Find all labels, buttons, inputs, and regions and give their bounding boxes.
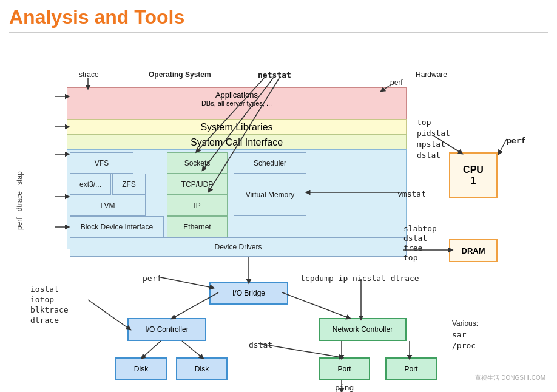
lvm-cell: LVM xyxy=(70,195,146,216)
slabtop-label: slabtop xyxy=(403,224,437,233)
ethernet-cell: Ethernet xyxy=(167,216,228,237)
blktrace-label: blktrace xyxy=(30,305,69,314)
watermark: 董视生活 DONGSHI.COM xyxy=(475,374,545,382)
dstat-bot-label: dstat xyxy=(249,340,272,350)
dbs-text: DBs, all server types, ... xyxy=(67,100,406,107)
applications-region: Applications DBs, all server types, ... xyxy=(67,87,407,121)
dram-box: DRAM xyxy=(449,239,498,262)
port1-box: Port xyxy=(319,357,370,380)
io-controller-text: I/O Controller xyxy=(145,325,188,334)
applications-text: Applications xyxy=(67,90,406,100)
perf-label-top: perf xyxy=(390,78,403,87)
various-label: Various: xyxy=(452,319,478,328)
syslib-text: System Libraries xyxy=(200,122,272,133)
port1-text: Port xyxy=(337,365,351,373)
dtrace-label: dtrace xyxy=(30,316,59,325)
top2-label: top xyxy=(403,253,417,262)
virtual-memory-cell: Virtual Memory xyxy=(234,174,306,216)
svg-line-16 xyxy=(88,300,129,329)
vmstat-label: vmstat xyxy=(397,189,426,198)
top-label: top xyxy=(417,118,431,127)
dstat-top-label: dstat xyxy=(417,150,441,160)
vfs-cell: VFS xyxy=(70,152,133,174)
syslib-region: System Libraries xyxy=(67,119,407,136)
zfs-cell: ZFS xyxy=(112,174,146,195)
block-device-cell: Block Device Interface xyxy=(70,216,164,237)
tcpdump-label: tcpdump ip nicstat dtrace xyxy=(300,274,419,283)
tcp-udp-cell: TCP/UDP xyxy=(167,174,228,195)
dstat-mid-label: dstat xyxy=(403,234,427,243)
pidstat-label: pidstat xyxy=(417,129,450,138)
dram-text: DRAM xyxy=(462,246,485,255)
perf-mid-label: perf xyxy=(143,274,161,283)
syscall-text: System Call Interface xyxy=(191,137,283,148)
disk1-text: Disk xyxy=(134,365,148,373)
svg-line-7 xyxy=(499,139,507,153)
sockets-cell: Sockets xyxy=(167,152,228,174)
svg-line-13 xyxy=(182,341,202,357)
hardware-label: Hardware xyxy=(416,70,447,79)
vert-label: perf dtrace stap xyxy=(15,90,24,230)
port2-box: Port xyxy=(385,357,437,380)
io-bridge-text: I/O Bridge xyxy=(232,289,265,297)
netstat-label: netstat xyxy=(258,70,291,79)
ext3-cell: ext3/... xyxy=(70,174,111,195)
disk1-box: Disk xyxy=(115,357,167,380)
network-controller-box: Network Controller xyxy=(319,318,407,341)
svg-line-18 xyxy=(158,277,212,288)
mpstat-label: mpstat xyxy=(417,140,445,149)
strace-label: strace xyxy=(79,70,99,79)
perf-right-label: perf xyxy=(507,136,525,145)
disk2-text: Disk xyxy=(195,365,209,373)
cpu-text: CPU1 xyxy=(463,164,484,186)
proc-label: /proc xyxy=(452,341,476,350)
svg-line-11 xyxy=(282,292,349,318)
free-label: free xyxy=(403,243,422,252)
iostat-label: iostat xyxy=(30,285,59,294)
ping-label: ping xyxy=(335,383,354,392)
iotop-label: iotop xyxy=(30,295,54,304)
io-bridge-box: I/O Bridge xyxy=(209,282,288,305)
page-title: Analysis and Tools xyxy=(9,6,548,29)
network-controller-text: Network Controller xyxy=(333,325,393,334)
ip-cell: IP xyxy=(167,195,228,216)
scheduler-cell: Scheduler xyxy=(234,152,306,174)
device-drivers-cell: Device Drivers xyxy=(70,237,407,257)
syscall-region: System Call Interface xyxy=(67,134,407,151)
disk2-box: Disk xyxy=(176,357,228,380)
port2-text: Port xyxy=(404,365,417,373)
svg-line-12 xyxy=(143,341,161,357)
io-controller-box: I/O Controller xyxy=(127,318,206,341)
os-label: Operating System xyxy=(149,70,211,79)
cpu-box: CPU1 xyxy=(449,152,498,198)
sar-label: sar xyxy=(452,330,466,339)
